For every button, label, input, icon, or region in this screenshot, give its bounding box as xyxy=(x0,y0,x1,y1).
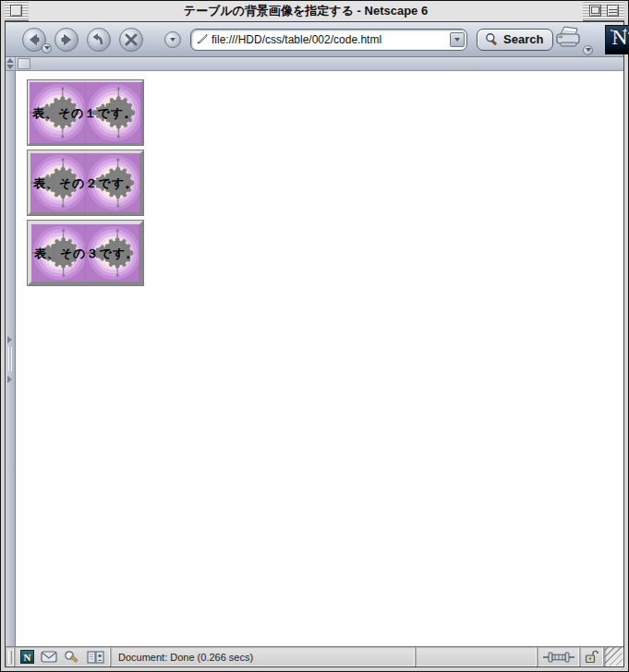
unlocked-padlock-icon xyxy=(585,650,599,664)
search-icon xyxy=(485,32,499,46)
toolbar-collapse-tab[interactable] xyxy=(18,58,30,69)
close-window-button[interactable] xyxy=(10,5,22,17)
composer-icon[interactable] xyxy=(64,650,80,664)
table-row: 表、その３です。 xyxy=(28,221,143,285)
search-button[interactable]: Search xyxy=(477,29,553,51)
back-button[interactable] xyxy=(22,28,46,52)
netscape-throbber[interactable]: N xyxy=(605,25,629,54)
title-bar[interactable]: テーブルの背景画像を指定する - Netscape 6 xyxy=(5,1,624,21)
plug-icon xyxy=(543,652,575,663)
online-indicator[interactable] xyxy=(538,647,580,666)
taskbar-grippy[interactable] xyxy=(6,647,15,666)
table-cell-text: 表、その１です。 xyxy=(32,107,137,119)
table-cell-text: 表、その２です。 xyxy=(33,177,138,189)
forward-button[interactable] xyxy=(54,28,79,52)
print-button[interactable] xyxy=(553,25,585,54)
toolbar-collapse-down-icon[interactable] xyxy=(6,65,14,69)
table-row: 表、その１です。 xyxy=(28,80,143,145)
browser-window: テーブルの背景画像を指定する - Netscape 6 xyxy=(0,0,629,672)
search-button-label: Search xyxy=(503,32,543,46)
navigation-toolbar: Search N xyxy=(6,22,623,57)
status-bar: N Document: Done xyxy=(6,646,623,666)
page-proxy-dropdown[interactable] xyxy=(164,31,181,48)
stop-button[interactable] xyxy=(119,28,143,52)
addressbook-icon[interactable] xyxy=(87,651,104,664)
reload-icon xyxy=(91,31,107,48)
table-row: 表、その２です。 xyxy=(28,150,143,215)
chevron-down-icon xyxy=(586,48,591,52)
status-section-empty xyxy=(416,647,538,666)
sidebar-expand-icon[interactable] xyxy=(7,336,12,343)
pencil-bookmark-icon xyxy=(196,33,208,45)
table-cell-text: 表、その３です。 xyxy=(34,247,139,259)
toolbar-collapse-up-icon[interactable] xyxy=(6,58,14,63)
chevron-down-icon xyxy=(44,46,50,50)
mail-icon[interactable] xyxy=(41,651,57,663)
forward-icon xyxy=(59,32,74,47)
window-title: テーブルの背景画像を指定する - Netscape 6 xyxy=(29,1,583,21)
stop-icon xyxy=(125,33,138,46)
url-dropdown-button[interactable] xyxy=(450,32,465,47)
back-history-dropdown[interactable] xyxy=(42,43,52,54)
resize-grip[interactable] xyxy=(604,647,623,666)
sidebar-grab-handle[interactable] xyxy=(8,347,12,371)
sidebar-expand-icon[interactable] xyxy=(7,376,12,383)
mini-logo-letter: N xyxy=(24,652,31,663)
collapse-window-button[interactable] xyxy=(607,5,619,17)
back-icon xyxy=(27,32,42,47)
print-dropdown[interactable] xyxy=(583,45,593,55)
page-content: 表、その１です。 表、その２です。 表、その３です。 xyxy=(16,71,623,646)
url-bar[interactable] xyxy=(190,29,467,51)
chevron-down-icon xyxy=(170,38,175,42)
status-text: Document: Done (0.266 secs) xyxy=(118,652,253,663)
personal-toolbar-strip xyxy=(6,57,623,71)
netscape-logo-letter: N xyxy=(611,25,627,50)
sidebar-splitter[interactable] xyxy=(6,71,16,646)
zoom-window-button[interactable] xyxy=(589,5,601,17)
reload-button[interactable] xyxy=(87,28,111,52)
url-input[interactable] xyxy=(212,33,450,46)
chevron-down-icon xyxy=(454,38,460,42)
printer-icon xyxy=(553,25,585,51)
navigator-icon[interactable]: N xyxy=(20,650,34,664)
security-indicator[interactable] xyxy=(580,647,604,666)
